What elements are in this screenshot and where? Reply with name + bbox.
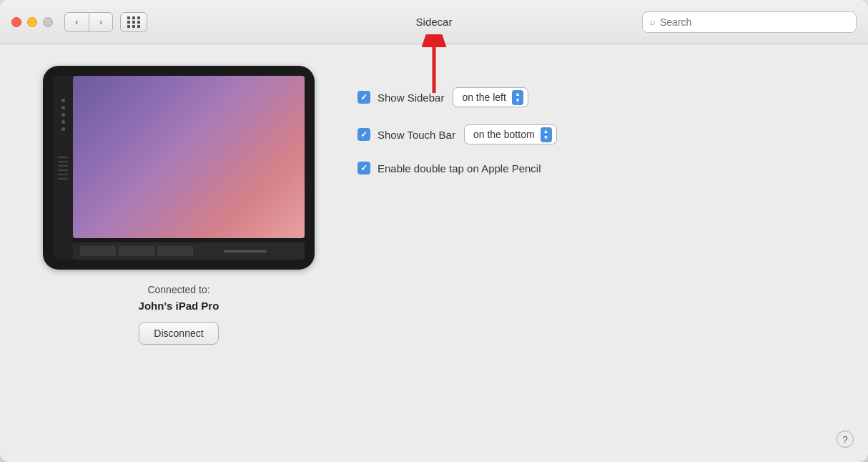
touchbar-position-value: on the bottom bbox=[473, 129, 535, 140]
arrow-down-icon: ▼ bbox=[543, 135, 549, 141]
show-touchbar-row: ✓ Show Touch Bar on the bottom ▲ ▼ bbox=[357, 124, 839, 144]
pencil-row: ✓ Enable double tap on Apple Pencil bbox=[357, 162, 839, 175]
sidebar-dot bbox=[61, 106, 65, 109]
show-sidebar-checkbox[interactable]: ✓ bbox=[357, 91, 370, 104]
grid-button[interactable] bbox=[120, 12, 147, 32]
touchbar-position-dropdown[interactable]: on the bottom ▲ ▼ bbox=[464, 124, 557, 144]
arrow-up-icon: ▲ bbox=[543, 129, 549, 134]
window-title: Sidecar bbox=[416, 16, 453, 28]
sidebar-line bbox=[58, 169, 68, 171]
device-name: John's iPad Pro bbox=[139, 300, 220, 312]
close-button[interactable] bbox=[11, 17, 21, 27]
search-box[interactable]: ⌕ bbox=[642, 11, 857, 33]
bottom-segment bbox=[119, 246, 154, 256]
pencil-label: Enable double tap on Apple Pencil bbox=[378, 162, 541, 175]
sidebar-line bbox=[58, 165, 68, 167]
ipad-screen bbox=[73, 76, 305, 238]
sidebar-position-value: on the left bbox=[462, 92, 506, 103]
checkmark-icon: ✓ bbox=[360, 130, 368, 139]
show-touchbar-checkbox[interactable]: ✓ bbox=[357, 128, 370, 141]
traffic-lights bbox=[11, 17, 53, 27]
maximize-button[interactable] bbox=[43, 17, 53, 27]
disconnect-button[interactable]: Disconnect bbox=[139, 322, 218, 345]
sidebar-dot bbox=[61, 113, 65, 117]
checkmark-icon: ✓ bbox=[360, 93, 368, 102]
minimize-button[interactable] bbox=[27, 17, 37, 27]
checkmark-icon: ✓ bbox=[360, 164, 368, 172]
sidebar-line bbox=[58, 161, 68, 162]
show-sidebar-label: Show Sidebar bbox=[378, 92, 444, 104]
sidebar-dots bbox=[61, 99, 65, 131]
sidebar-position-dropdown[interactable]: on the left ▲ ▼ bbox=[453, 87, 528, 107]
dropdown-arrows: ▲ ▼ bbox=[541, 127, 552, 142]
device-info: Connected to: John's iPad Pro Disconnect bbox=[139, 284, 220, 345]
sidebar-line bbox=[58, 178, 68, 180]
right-panel: ✓ Show Sidebar on the left ▲ ▼ ✓ bbox=[357, 66, 839, 175]
pencil-checkbox[interactable]: ✓ bbox=[357, 162, 370, 175]
main-content: Connected to: John's iPad Pro Disconnect… bbox=[0, 44, 868, 462]
window: ‹ › Sidecar bbox=[0, 0, 868, 462]
show-sidebar-row: ✓ Show Sidebar on the left ▲ ▼ bbox=[357, 87, 839, 107]
show-touchbar-checkbox-wrapper: ✓ Show Touch Bar bbox=[357, 128, 455, 141]
show-sidebar-checkbox-wrapper: ✓ Show Sidebar bbox=[357, 91, 444, 104]
bottom-home-indicator bbox=[224, 250, 267, 252]
titlebar: ‹ › Sidecar bbox=[0, 0, 868, 44]
arrow-up-icon: ▲ bbox=[515, 92, 521, 97]
help-button[interactable]: ? bbox=[837, 431, 854, 448]
connected-to-label: Connected to: bbox=[139, 284, 220, 295]
bottom-segment bbox=[80, 246, 116, 256]
sidebar-line bbox=[58, 157, 68, 158]
back-button[interactable]: ‹ bbox=[64, 12, 89, 32]
ipad-frame bbox=[43, 66, 315, 270]
sidebar-lines bbox=[58, 157, 68, 180]
search-icon: ⌕ bbox=[650, 16, 656, 27]
grid-icon bbox=[127, 16, 141, 28]
show-touchbar-label: Show Touch Bar bbox=[378, 129, 455, 141]
search-input[interactable] bbox=[660, 16, 849, 28]
nav-buttons: ‹ › bbox=[64, 12, 113, 32]
sidebar-dot bbox=[61, 120, 65, 124]
left-panel: Connected to: John's iPad Pro Disconnect bbox=[43, 66, 315, 345]
pencil-checkbox-wrapper: ✓ Enable double tap on Apple Pencil bbox=[357, 162, 541, 175]
ipad-illustration bbox=[43, 66, 315, 270]
forward-button[interactable]: › bbox=[89, 12, 113, 32]
ipad-sidebar bbox=[53, 76, 73, 260]
sidebar-line bbox=[58, 174, 68, 175]
ipad-bottom-bar bbox=[73, 242, 305, 260]
arrow-down-icon: ▼ bbox=[515, 98, 521, 104]
bottom-segment bbox=[157, 246, 193, 256]
dropdown-arrows: ▲ ▼ bbox=[512, 90, 523, 105]
sidebar-dot bbox=[61, 127, 65, 131]
bottom-segments bbox=[80, 246, 193, 256]
sidebar-dot bbox=[61, 99, 65, 102]
